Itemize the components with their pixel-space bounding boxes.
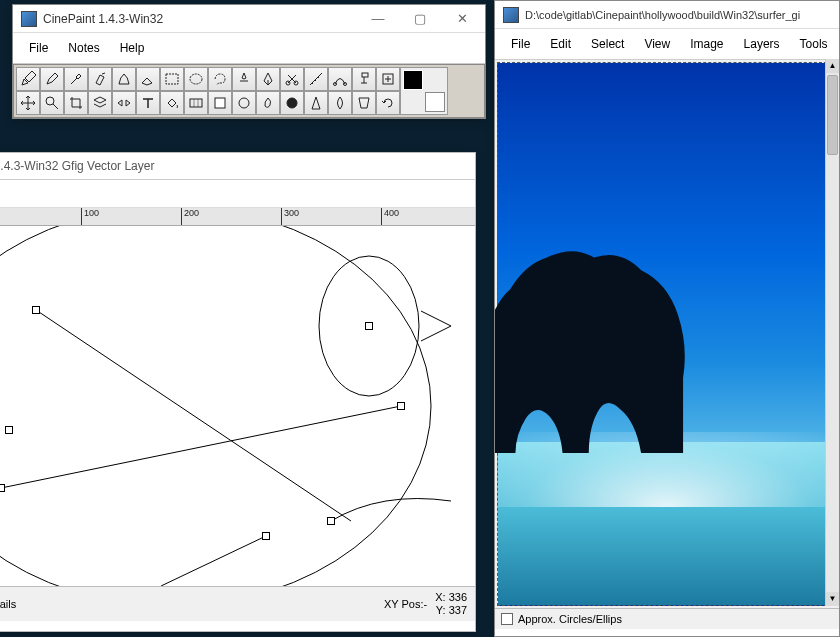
- svg-point-1: [190, 74, 202, 84]
- menu-tools[interactable]: Tools: [790, 33, 838, 55]
- scroll-up-button[interactable]: ▲: [826, 59, 839, 73]
- vector-canvas[interactable]: [0, 226, 475, 586]
- pos-x-value: 336: [449, 591, 467, 603]
- dodge-tool[interactable]: [232, 91, 256, 115]
- brush-tool[interactable]: [40, 67, 64, 91]
- lasso-tool[interactable]: [208, 67, 232, 91]
- blur-tool[interactable]: [328, 91, 352, 115]
- perspective-tool[interactable]: [352, 91, 376, 115]
- vector-title: aint 1.4.3-Win32 Gfig Vector Layer: [0, 153, 475, 180]
- fuzzy-select-tool[interactable]: [232, 67, 256, 91]
- eraser-tool[interactable]: [136, 67, 160, 91]
- scissors-tool[interactable]: [280, 67, 304, 91]
- image-canvas[interactable]: [497, 62, 837, 606]
- app-icon: [503, 7, 519, 23]
- menu-image[interactable]: Image: [680, 33, 733, 55]
- text-tool[interactable]: [136, 91, 160, 115]
- vector-node[interactable]: [262, 532, 270, 540]
- svg-line-17: [161, 536, 266, 586]
- foreground-color[interactable]: [403, 70, 423, 90]
- svg-point-12: [287, 98, 297, 108]
- bucket-tool[interactable]: [160, 91, 184, 115]
- vertical-scrollbar[interactable]: ▲ ▼: [825, 59, 839, 606]
- toolbox-window: CinePaint 1.4.3-Win32 — ▢ ✕ File Notes H…: [12, 4, 486, 119]
- vector-layer-window: aint 1.4.3-Win32 Gfig Vector Layer . 100…: [0, 152, 476, 632]
- approx-label: Approx. Circles/Ellips: [518, 613, 622, 625]
- obj-details-label: bj Details: [0, 598, 16, 610]
- scroll-handle[interactable]: [827, 75, 838, 155]
- menu-help[interactable]: Help: [110, 37, 155, 59]
- close-button[interactable]: ✕: [441, 6, 483, 32]
- approx-checkbox[interactable]: [501, 613, 513, 625]
- path-tool[interactable]: [328, 67, 352, 91]
- minimize-button[interactable]: —: [357, 6, 399, 32]
- eyedropper-tool[interactable]: [64, 67, 88, 91]
- maximize-button[interactable]: ▢: [399, 6, 441, 32]
- image-titlebar[interactable]: D:\code\gitlab\Cinepaint\hollywood\build…: [495, 1, 839, 29]
- svg-point-8: [46, 97, 54, 105]
- background-color[interactable]: [425, 92, 445, 112]
- toolbox-titlebar[interactable]: CinePaint 1.4.3-Win32 — ▢ ✕: [13, 5, 485, 33]
- gradient-tool[interactable]: [184, 91, 208, 115]
- image-footer: Approx. Circles/Ellips: [495, 608, 839, 629]
- svg-point-13: [0, 226, 431, 586]
- xy-pos-label: XY Pos:-: [384, 598, 427, 610]
- toolbox-title: CinePaint 1.4.3-Win32: [43, 12, 357, 26]
- menu-layers[interactable]: Layers: [734, 33, 790, 55]
- svg-rect-0: [166, 74, 178, 84]
- zoom-tool[interactable]: [40, 91, 64, 115]
- vector-node[interactable]: [397, 402, 405, 410]
- svg-rect-9: [190, 99, 202, 107]
- menu-file[interactable]: File: [501, 33, 540, 55]
- layers-tool[interactable]: [88, 91, 112, 115]
- vector-node[interactable]: [32, 306, 40, 314]
- ellipse-select-tool[interactable]: [184, 67, 208, 91]
- svg-line-16: [1, 406, 401, 488]
- pos-y-value: 337: [449, 604, 467, 616]
- pencil-tool[interactable]: [16, 67, 40, 91]
- menu-select[interactable]: Select: [581, 33, 634, 55]
- crop-tool[interactable]: [64, 91, 88, 115]
- smudge-tool[interactable]: [256, 91, 280, 115]
- burn-tool[interactable]: [280, 91, 304, 115]
- pen-tool[interactable]: [256, 67, 280, 91]
- scroll-down-button[interactable]: ▼: [826, 592, 839, 606]
- image-menubar: File Edit Select View Image Layers Tools…: [495, 29, 839, 60]
- image-window: D:\code\gitlab\Cinepaint\hollywood\build…: [494, 0, 840, 637]
- rotate-tool[interactable]: [376, 91, 400, 115]
- app-icon: [21, 11, 37, 27]
- image-title: D:\code\gitlab\Cinepaint\hollywood\build…: [525, 9, 837, 21]
- ink-tool[interactable]: [112, 67, 136, 91]
- svg-line-15: [36, 310, 351, 521]
- tool-palette: [13, 64, 485, 118]
- flip-tool[interactable]: [112, 91, 136, 115]
- rect-select-tool[interactable]: [160, 67, 184, 91]
- heal-tool[interactable]: [376, 67, 400, 91]
- vector-node[interactable]: [327, 517, 335, 525]
- vector-node[interactable]: [365, 322, 373, 330]
- menu-notes[interactable]: Notes: [58, 37, 109, 59]
- color-swatch[interactable]: [400, 67, 448, 115]
- rock-silhouette: [495, 226, 694, 454]
- menu-file[interactable]: File: [19, 37, 58, 59]
- clone-tool[interactable]: [352, 67, 376, 91]
- menu-view[interactable]: View: [634, 33, 680, 55]
- vector-node[interactable]: [0, 484, 5, 492]
- svg-rect-10: [215, 98, 225, 108]
- vector-footer: bj Details XY Pos:- X: 336 Y: 337: [0, 586, 475, 621]
- blend-tool[interactable]: [208, 91, 232, 115]
- sharpen-tool[interactable]: [304, 91, 328, 115]
- svg-point-11: [239, 98, 249, 108]
- toolbox-menubar: File Notes Help: [13, 33, 485, 64]
- measure-tool[interactable]: [304, 67, 328, 91]
- svg-rect-6: [362, 73, 368, 77]
- menu-edit[interactable]: Edit: [540, 33, 581, 55]
- vector-node[interactable]: [5, 426, 13, 434]
- airbrush-tool[interactable]: [88, 67, 112, 91]
- move-tool[interactable]: [16, 91, 40, 115]
- horizontal-ruler: . 100 200 300 400: [0, 208, 475, 226]
